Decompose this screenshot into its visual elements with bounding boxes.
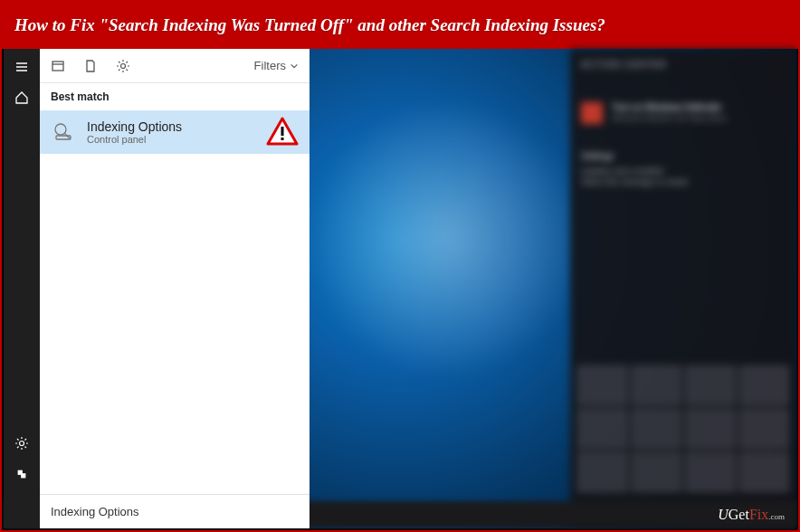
defender-icon (581, 102, 603, 124)
notification-subtitle: Windows Defender can help protect (612, 114, 786, 122)
svg-rect-12 (281, 127, 284, 136)
search-input[interactable]: Indexing Options (40, 494, 310, 528)
svg-point-3 (20, 442, 24, 446)
documents-filter-icon[interactable] (83, 59, 98, 73)
settings-notification[interactable]: Settings Updates were installed Select t… (581, 151, 786, 187)
quick-action-tiles (577, 366, 789, 492)
result-subtitle: Control panel (87, 134, 182, 145)
best-match-header: Best match (40, 83, 310, 110)
warning-icon (266, 116, 299, 148)
watermark: UGetFix.com (718, 507, 785, 523)
notification-title: Turn on Windows Defender (612, 102, 786, 112)
quick-action-tile[interactable] (577, 452, 628, 492)
settings-text1: Updates were installed (581, 166, 786, 177)
gear-icon[interactable] (13, 434, 31, 452)
filter-row: Filters (40, 49, 310, 83)
chevron-down-icon (290, 62, 299, 71)
watermark-get: Get (729, 507, 749, 522)
svg-rect-6 (52, 62, 63, 71)
quick-action-tile[interactable] (577, 409, 628, 449)
banner-title: How to Fix "Search Indexing Was Turned O… (14, 15, 605, 35)
quick-action-tile[interactable] (739, 452, 790, 492)
quick-action-tile[interactable] (632, 366, 682, 405)
app-frame: How to Fix "Search Indexing Was Turned O… (0, 0, 800, 532)
notification-text: Turn on Windows Defender Windows Defende… (612, 102, 786, 124)
quick-action-tile[interactable] (739, 366, 790, 405)
result-text: Indexing Options Control panel (87, 119, 182, 145)
title-banner: How to Fix "Search Indexing Was Turned O… (2, 2, 798, 49)
quick-action-tile[interactable] (577, 366, 628, 405)
svg-point-8 (121, 63, 126, 68)
search-input-value: Indexing Options (51, 505, 139, 518)
watermark-com: .com (768, 512, 785, 521)
watermark-fix: Fix (749, 507, 768, 522)
settings-heading: Settings (581, 151, 786, 161)
home-icon[interactable] (13, 89, 31, 107)
quick-action-tile[interactable] (685, 409, 736, 449)
action-center-panel: ACTION CENTER Turn on Windows Defender W… (570, 49, 796, 528)
settings-filter-icon[interactable] (116, 59, 130, 73)
filters-label-text: Filters (254, 59, 286, 72)
quick-action-tile[interactable] (685, 366, 736, 405)
indexing-options-icon (51, 119, 76, 145)
quick-action-tile[interactable] (739, 409, 790, 449)
start-menu-rail (4, 49, 40, 528)
result-title: Indexing Options (87, 119, 182, 134)
action-center-title: ACTION CENTER (581, 60, 786, 70)
svg-rect-13 (281, 138, 284, 140)
search-panel: Filters Best match Indexing Options Cont… (40, 49, 310, 528)
filters-dropdown[interactable]: Filters (254, 59, 299, 72)
quick-action-tile[interactable] (632, 409, 682, 449)
notification-item[interactable]: Turn on Windows Defender Windows Defende… (581, 102, 786, 124)
quick-action-tile[interactable] (685, 452, 736, 492)
svg-rect-5 (21, 473, 25, 478)
quick-action-tile[interactable] (632, 452, 682, 492)
settings-text2: Select this message to restart (581, 177, 786, 188)
watermark-u: U (718, 507, 729, 522)
power-icon[interactable] (13, 465, 31, 483)
apps-filter-icon[interactable] (51, 59, 65, 73)
hamburger-icon[interactable] (13, 58, 31, 76)
search-result-indexing-options[interactable]: Indexing Options Control panel (40, 110, 310, 154)
